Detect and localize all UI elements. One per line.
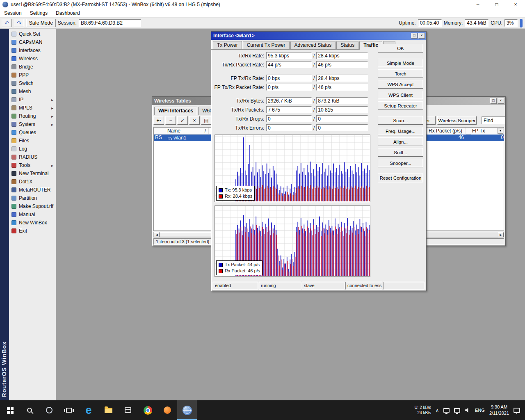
- taskbar-package-button[interactable]: [118, 400, 138, 420]
- freq-usage-button[interactable]: Freq. Usage...: [378, 127, 423, 135]
- scroll-right-button[interactable]: ▶: [498, 232, 504, 237]
- rx-packet-column-header[interactable]: Rx Packet (p/s): [427, 128, 466, 135]
- wps-accept-button[interactable]: WPS Accept: [378, 80, 423, 89]
- rx-value-field[interactable]: 28.4 kbps: [316, 52, 368, 59]
- menu-settings[interactable]: Settings: [26, 9, 52, 17]
- close-button[interactable]: ×: [506, 0, 525, 9]
- flags-column-header[interactable]: [154, 128, 166, 134]
- sidebar-item-mesh[interactable]: Mesh: [9, 87, 56, 96]
- sidebar-item-dot1x[interactable]: Dot1X: [9, 178, 56, 186]
- sidebar-item-partition[interactable]: Partition: [9, 194, 56, 202]
- tx-value-field[interactable]: 2926.7 KiB: [266, 97, 312, 104]
- taskbar-search-button[interactable]: [20, 400, 39, 420]
- sidebar-item-make-supout-rif[interactable]: Make Supout.rif: [9, 202, 56, 210]
- reset-configuration-button[interactable]: Reset Configuration: [378, 173, 423, 182]
- sidebar-item-ppp[interactable]: PPP: [9, 71, 56, 79]
- toolbar-scroll-handle[interactable]: [520, 19, 523, 27]
- snooper-button[interactable]: Snooper...: [378, 159, 423, 167]
- scroll-left-button[interactable]: ◀: [154, 232, 160, 237]
- wireless-tab-wifi-interfaces[interactable]: WiFi Interfaces: [154, 107, 197, 115]
- redo-button[interactable]: ↷: [14, 19, 24, 27]
- sidebar-item-interfaces[interactable]: Interfaces: [9, 46, 56, 55]
- main-titlebar[interactable]: user1@B8:69:F4:60:D3:B2 (MX-Farrokhi-ST …: [0, 0, 525, 9]
- sidebar-item-radius[interactable]: RADIUS: [9, 153, 56, 161]
- remove-button[interactable]: −: [165, 116, 176, 125]
- torch-button[interactable]: Torch: [378, 69, 423, 78]
- tx-value-field[interactable]: 95.3 kbps: [266, 52, 312, 59]
- network-tray-icon[interactable]: [454, 408, 460, 413]
- add-button[interactable]: +▾: [153, 116, 164, 125]
- taskbar-orange-app-button[interactable]: [158, 400, 177, 420]
- fp-tx-column-header[interactable]: FP Tx: [471, 128, 500, 135]
- volume-tray-icon[interactable]: [465, 408, 470, 413]
- maximize-button[interactable]: □: [490, 98, 497, 104]
- sidebar-item-wireless[interactable]: Wireless: [9, 55, 56, 63]
- menu-session[interactable]: Session: [0, 9, 26, 17]
- interface-tab-advanced-status[interactable]: Advanced Status: [290, 41, 336, 49]
- network-speed-indicator[interactable]: U: 2 kB/s 24 kB/s: [414, 405, 431, 415]
- taskbar-file-explorer-button[interactable]: [98, 400, 118, 420]
- enable-button[interactable]: ✓: [177, 116, 188, 125]
- sidebar-item-routing[interactable]: Routing▸: [9, 112, 56, 120]
- sidebar-item-exit[interactable]: Exit: [9, 227, 56, 235]
- rx-value-field[interactable]: 873.2 KiB: [316, 97, 368, 104]
- rx-value-field[interactable]: 46 p/s: [316, 84, 368, 91]
- rx-value-field[interactable]: 10 815: [316, 106, 368, 113]
- sidebar-item-quick-set[interactable]: Quick Set: [9, 30, 56, 38]
- sidebar-item-metarouter[interactable]: MetaROUTER: [9, 186, 56, 194]
- undo-button[interactable]: ↶: [2, 19, 12, 27]
- action-center-icon[interactable]: [514, 408, 520, 413]
- tx-value-field[interactable]: 0 p/s: [266, 84, 312, 91]
- taskbar-start-button[interactable]: [0, 400, 20, 420]
- taskbar-task-view-button[interactable]: [59, 400, 79, 420]
- hidden-icons-chevron[interactable]: ∧: [436, 408, 439, 413]
- wireless-snooper-button[interactable]: Wireless Snooper: [437, 116, 477, 125]
- tx-value-field[interactable]: 0: [266, 115, 312, 122]
- column-filter-button[interactable]: ▾: [498, 128, 503, 134]
- minimize-button[interactable]: –: [468, 0, 487, 9]
- close-button[interactable]: ×: [498, 98, 504, 104]
- rx-value-field[interactable]: 46 p/s: [316, 61, 368, 68]
- interface-tab-tx-power[interactable]: Tx Power: [213, 41, 242, 49]
- sidebar-item-tools[interactable]: Tools▸: [9, 161, 56, 169]
- taskbar-winbox-button[interactable]: [177, 400, 197, 420]
- session-input[interactable]: B8:69:F4:60:D3:B2: [79, 19, 141, 27]
- sidebar-item-manual[interactable]: Manual: [9, 210, 56, 219]
- close-button[interactable]: ×: [418, 33, 425, 39]
- sidebar-item-new-terminal[interactable]: New Terminal: [9, 169, 56, 178]
- sidebar-item-mpls[interactable]: MPLS▸: [9, 104, 56, 112]
- language-indicator[interactable]: ENG: [475, 408, 485, 413]
- disable-button[interactable]: ×: [189, 116, 200, 125]
- clock[interactable]: 9:30 AM 2/11/2021: [489, 404, 509, 416]
- find-input[interactable]: Find: [482, 116, 505, 124]
- taskbar-chrome-button[interactable]: [138, 400, 158, 420]
- interface-dialog[interactable]: Interface <wlan1> □ × Tx PowerCurrent Tx…: [211, 31, 427, 291]
- interface-tab-status[interactable]: Status: [336, 41, 358, 49]
- comment-button[interactable]: ▤: [201, 116, 212, 125]
- interface-tab-current-tx-power[interactable]: Current Tx Power: [243, 41, 290, 49]
- sidebar-item-system[interactable]: System▸: [9, 120, 56, 128]
- taskbar-cortana-button[interactable]: [39, 400, 59, 420]
- interface-dialog-titlebar[interactable]: Interface <wlan1> □ ×: [211, 32, 426, 40]
- wps-client-button[interactable]: WPS Client: [378, 91, 423, 99]
- sidebar-item-queues[interactable]: Queues: [9, 128, 56, 137]
- menu-dashboard[interactable]: Dashboard: [52, 9, 84, 17]
- align-button[interactable]: Align...: [378, 137, 423, 146]
- tx-value-field[interactable]: 0 bps: [266, 75, 312, 82]
- maximize-button[interactable]: □: [487, 0, 506, 9]
- sidebar-item-new-winbox[interactable]: New WinBox: [9, 219, 56, 227]
- sidebar-item-files[interactable]: Files: [9, 137, 56, 145]
- sniff-button[interactable]: Sniff...: [378, 148, 423, 157]
- rx-value-field[interactable]: 28.4 kbps: [316, 75, 368, 82]
- rx-value-field[interactable]: 0: [316, 115, 368, 122]
- tx-value-field[interactable]: 44 p/s: [266, 61, 312, 68]
- name-column-header[interactable]: Name/: [166, 128, 209, 134]
- sidebar-item-switch[interactable]: Switch: [9, 79, 56, 87]
- tx-value-field[interactable]: 7 675: [266, 106, 312, 113]
- ok-button[interactable]: OK: [378, 44, 423, 52]
- taskbar-edge-button[interactable]: e: [79, 400, 98, 420]
- sidebar-item-log[interactable]: Log: [9, 145, 56, 153]
- scan-button[interactable]: Scan...: [378, 116, 423, 125]
- safe-mode-button[interactable]: Safe Mode: [26, 19, 56, 27]
- sidebar-item-capsman[interactable]: CAPsMAN: [9, 38, 56, 46]
